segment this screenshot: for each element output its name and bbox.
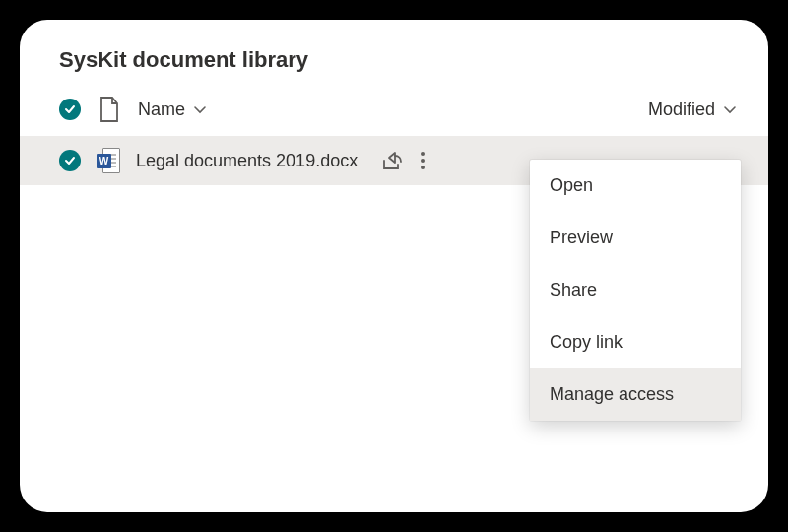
library-title: SysKit document library (20, 47, 768, 91)
select-all-checkbox[interactable] (59, 99, 81, 120)
more-actions-button[interactable] (417, 148, 428, 173)
file-name: Legal documents 2019.docx (136, 151, 358, 171)
column-header-row: Name Modified (20, 91, 768, 128)
row-checkbox[interactable] (59, 150, 81, 171)
file-type-column-icon (98, 97, 120, 122)
checkmark-icon (64, 155, 76, 166)
column-name-label: Name (138, 100, 185, 120)
menu-item-copy-link[interactable]: Copy link (530, 316, 741, 368)
chevron-down-icon (193, 102, 207, 116)
menu-item-share[interactable]: Share (530, 264, 741, 316)
share-icon[interactable] (381, 150, 403, 171)
checkmark-icon (64, 103, 76, 115)
document-library-window: SysKit document library Name Modified (20, 20, 768, 512)
chevron-down-icon (723, 102, 737, 116)
column-modified-label: Modified (648, 100, 715, 120)
menu-item-open[interactable]: Open (530, 160, 741, 212)
column-header-modified[interactable]: Modified (648, 100, 737, 120)
column-header-name[interactable]: Name (138, 100, 207, 120)
context-menu: Open Preview Share Copy link Manage acce… (530, 160, 741, 421)
menu-item-preview[interactable]: Preview (530, 212, 741, 264)
word-document-icon: W (97, 148, 120, 173)
menu-item-manage-access[interactable]: Manage access (530, 368, 741, 421)
